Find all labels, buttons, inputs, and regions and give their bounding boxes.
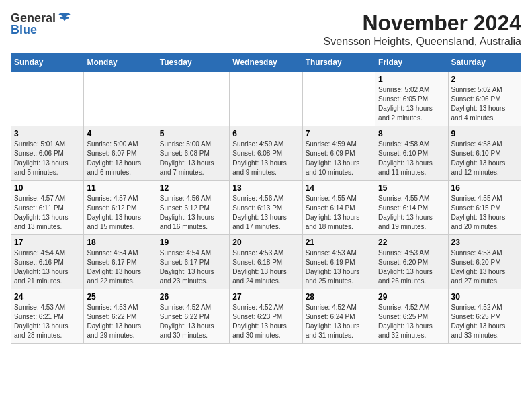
day-cell-27: 27Sunrise: 4:52 AMSunset: 6:23 PMDayligh… [230, 289, 302, 344]
day-number: 20 [232, 238, 299, 247]
week-row-1: 1Sunrise: 5:02 AMSunset: 6:05 PMDaylight… [11, 72, 521, 126]
day-cell-20: 20Sunrise: 4:53 AMSunset: 6:18 PMDayligh… [230, 235, 302, 289]
day-number: 6 [232, 129, 299, 138]
day-number: 3 [14, 129, 81, 138]
day-number: 27 [232, 292, 299, 302]
day-number: 5 [160, 129, 226, 138]
day-cell-9: 9Sunrise: 4:58 AMSunset: 6:10 PMDaylight… [448, 126, 521, 181]
day-number: 7 [306, 129, 372, 138]
logo: General Blue [11, 11, 72, 37]
day-cell-24: 24Sunrise: 4:53 AMSunset: 6:21 PMDayligh… [11, 289, 84, 344]
day-info: Sunrise: 4:56 AMSunset: 6:13 PMDaylight:… [232, 194, 299, 232]
day-cell-12: 12Sunrise: 4:56 AMSunset: 6:12 PMDayligh… [157, 181, 229, 235]
day-number: 21 [306, 238, 372, 247]
day-info: Sunrise: 5:02 AMSunset: 6:06 PMDaylight:… [451, 85, 518, 123]
weekday-header-friday: Friday [375, 54, 448, 72]
day-cell-18: 18Sunrise: 4:54 AMSunset: 6:17 PMDayligh… [84, 235, 157, 289]
empty-cell [302, 72, 375, 126]
day-number: 2 [451, 75, 518, 84]
day-number: 4 [87, 129, 153, 138]
day-number: 30 [451, 292, 518, 302]
day-info: Sunrise: 5:01 AMSunset: 6:06 PMDaylight:… [14, 140, 81, 177]
day-cell-2: 2Sunrise: 5:02 AMSunset: 6:06 PMDaylight… [448, 72, 521, 126]
day-cell-21: 21Sunrise: 4:53 AMSunset: 6:19 PMDayligh… [302, 235, 375, 289]
day-number: 9 [451, 129, 518, 138]
day-info: Sunrise: 5:00 AMSunset: 6:08 PMDaylight:… [160, 140, 226, 177]
day-number: 13 [232, 183, 299, 193]
day-cell-8: 8Sunrise: 4:58 AMSunset: 6:10 PMDaylight… [375, 126, 448, 181]
day-info: Sunrise: 4:52 AMSunset: 6:24 PMDaylight:… [306, 303, 372, 340]
weekday-header-tuesday: Tuesday [157, 54, 229, 72]
day-cell-6: 6Sunrise: 4:59 AMSunset: 6:08 PMDaylight… [230, 126, 302, 181]
weekday-header-saturday: Saturday [448, 54, 521, 72]
day-cell-4: 4Sunrise: 5:00 AMSunset: 6:07 PMDaylight… [84, 126, 157, 181]
weekday-header-monday: Monday [84, 54, 157, 72]
day-info: Sunrise: 4:53 AMSunset: 6:20 PMDaylight:… [378, 248, 445, 286]
title-section: November 2024 Svensson Heights, Queensla… [324, 11, 521, 48]
day-number: 25 [87, 292, 153, 302]
day-cell-17: 17Sunrise: 4:54 AMSunset: 6:16 PMDayligh… [11, 235, 84, 289]
day-cell-25: 25Sunrise: 4:53 AMSunset: 6:22 PMDayligh… [84, 289, 157, 344]
day-cell-7: 7Sunrise: 4:59 AMSunset: 6:09 PMDaylight… [302, 126, 375, 181]
weekday-header-row: SundayMondayTuesdayWednesdayThursdayFrid… [11, 54, 521, 72]
day-info: Sunrise: 4:53 AMSunset: 6:21 PMDaylight:… [14, 303, 81, 340]
location: Svensson Heights, Queensland, Australia [324, 36, 521, 48]
empty-cell [157, 72, 229, 126]
day-info: Sunrise: 4:53 AMSunset: 6:19 PMDaylight:… [306, 248, 372, 286]
day-info: Sunrise: 4:58 AMSunset: 6:10 PMDaylight:… [451, 140, 518, 177]
day-info: Sunrise: 4:54 AMSunset: 6:16 PMDaylight:… [14, 248, 81, 286]
day-cell-15: 15Sunrise: 4:55 AMSunset: 6:14 PMDayligh… [375, 181, 448, 235]
day-cell-28: 28Sunrise: 4:52 AMSunset: 6:24 PMDayligh… [302, 289, 375, 344]
day-info: Sunrise: 4:57 AMSunset: 6:11 PMDaylight:… [14, 194, 81, 232]
day-info: Sunrise: 4:58 AMSunset: 6:10 PMDaylight:… [378, 140, 445, 177]
day-number: 23 [451, 238, 518, 247]
day-cell-19: 19Sunrise: 4:54 AMSunset: 6:17 PMDayligh… [157, 235, 229, 289]
day-info: Sunrise: 4:53 AMSunset: 6:18 PMDaylight:… [232, 248, 299, 286]
weekday-header-sunday: Sunday [11, 54, 84, 72]
day-number: 12 [160, 183, 226, 193]
day-number: 15 [378, 183, 445, 193]
day-info: Sunrise: 4:56 AMSunset: 6:12 PMDaylight:… [160, 194, 226, 232]
day-info: Sunrise: 4:52 AMSunset: 6:25 PMDaylight:… [378, 303, 445, 340]
week-row-4: 17Sunrise: 4:54 AMSunset: 6:16 PMDayligh… [11, 235, 521, 289]
header: General Blue November 2024 Svensson Heig… [11, 11, 521, 48]
day-cell-1: 1Sunrise: 5:02 AMSunset: 6:05 PMDaylight… [375, 72, 448, 126]
day-cell-26: 26Sunrise: 4:52 AMSunset: 6:22 PMDayligh… [157, 289, 229, 344]
week-row-5: 24Sunrise: 4:53 AMSunset: 6:21 PMDayligh… [11, 289, 521, 344]
day-cell-22: 22Sunrise: 4:53 AMSunset: 6:20 PMDayligh… [375, 235, 448, 289]
day-number: 24 [14, 292, 81, 302]
weekday-header-thursday: Thursday [302, 54, 375, 72]
day-info: Sunrise: 4:55 AMSunset: 6:14 PMDaylight:… [306, 194, 372, 232]
day-cell-29: 29Sunrise: 4:52 AMSunset: 6:25 PMDayligh… [375, 289, 448, 344]
day-info: Sunrise: 5:00 AMSunset: 6:07 PMDaylight:… [87, 140, 153, 177]
weekday-header-wednesday: Wednesday [230, 54, 302, 72]
day-info: Sunrise: 4:52 AMSunset: 6:22 PMDaylight:… [160, 303, 226, 340]
day-info: Sunrise: 4:53 AMSunset: 6:20 PMDaylight:… [451, 248, 518, 286]
day-number: 14 [306, 183, 372, 193]
empty-cell [11, 72, 84, 126]
day-cell-3: 3Sunrise: 5:01 AMSunset: 6:06 PMDaylight… [11, 126, 84, 181]
day-cell-14: 14Sunrise: 4:55 AMSunset: 6:14 PMDayligh… [302, 181, 375, 235]
day-number: 18 [87, 238, 153, 247]
day-number: 8 [378, 129, 445, 138]
day-number: 22 [378, 238, 445, 247]
day-number: 19 [160, 238, 226, 247]
day-number: 26 [160, 292, 226, 302]
day-info: Sunrise: 4:59 AMSunset: 6:09 PMDaylight:… [306, 140, 372, 177]
day-number: 29 [378, 292, 445, 302]
day-number: 17 [14, 238, 81, 247]
day-number: 16 [451, 183, 518, 193]
day-info: Sunrise: 4:54 AMSunset: 6:17 PMDaylight:… [87, 248, 153, 286]
day-cell-16: 16Sunrise: 4:55 AMSunset: 6:15 PMDayligh… [448, 181, 521, 235]
day-number: 11 [87, 183, 153, 193]
empty-cell [230, 72, 302, 126]
day-info: Sunrise: 5:02 AMSunset: 6:05 PMDaylight:… [378, 85, 445, 123]
day-cell-13: 13Sunrise: 4:56 AMSunset: 6:13 PMDayligh… [230, 181, 302, 235]
day-number: 10 [14, 183, 81, 193]
day-info: Sunrise: 4:55 AMSunset: 6:14 PMDaylight:… [378, 194, 445, 232]
month-year: November 2024 [324, 11, 521, 36]
day-cell-23: 23Sunrise: 4:53 AMSunset: 6:20 PMDayligh… [448, 235, 521, 289]
calendar-table: SundayMondayTuesdayWednesdayThursdayFrid… [11, 53, 521, 344]
week-row-2: 3Sunrise: 5:01 AMSunset: 6:06 PMDaylight… [11, 126, 521, 181]
day-info: Sunrise: 4:57 AMSunset: 6:12 PMDaylight:… [87, 194, 153, 232]
